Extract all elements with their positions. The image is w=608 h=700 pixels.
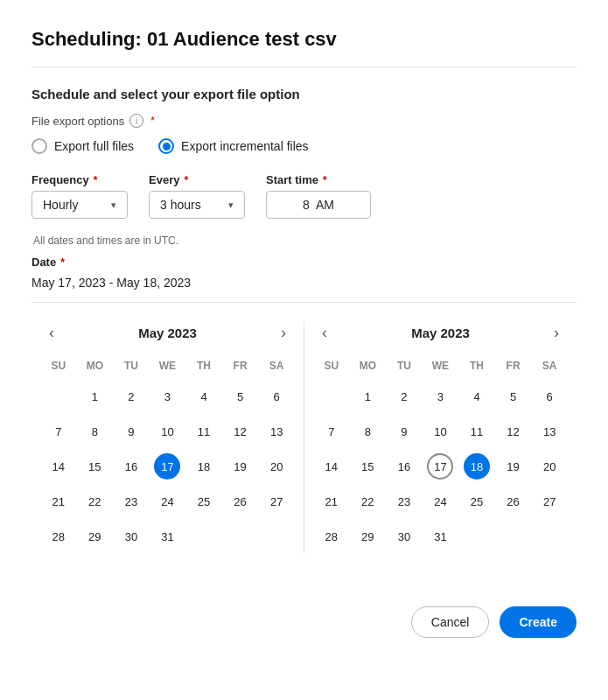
table-row[interactable]: 19 <box>495 449 532 484</box>
table-row[interactable]: 23 <box>386 484 423 519</box>
start-time-input[interactable] <box>266 191 371 219</box>
table-row[interactable]: 5 <box>495 379 532 414</box>
start-time-field: Start time * <box>266 173 371 219</box>
table-row[interactable]: 21 <box>40 484 77 519</box>
table-row[interactable]: 24 <box>423 484 459 519</box>
table-row[interactable]: 20 <box>531 449 568 484</box>
table-row[interactable]: 17 <box>423 449 459 484</box>
radio-circle-incremental <box>158 138 174 154</box>
table-row[interactable]: 14 <box>40 449 77 484</box>
table-row[interactable]: 4 <box>458 379 495 414</box>
every-dropdown[interactable]: 3 hours ▾ <box>149 191 245 219</box>
info-icon[interactable]: i <box>129 114 143 128</box>
table-row[interactable]: 16 <box>386 449 423 484</box>
table-row[interactable]: 31 <box>423 519 459 554</box>
table-row[interactable]: 29 <box>350 519 387 554</box>
table-row[interactable]: 1 <box>77 379 114 414</box>
table-row[interactable]: 20 <box>258 449 295 484</box>
table-row[interactable]: 18 <box>185 449 222 484</box>
cancel-button[interactable]: Cancel <box>411 606 490 638</box>
file-export-options-label-row: File export options i * <box>31 114 577 128</box>
frequency-row: Frequency * Hourly ▾ Every * 3 hours ▾ S… <box>31 173 577 219</box>
table-row <box>185 519 222 554</box>
table-row[interactable]: 31 <box>150 519 186 554</box>
table-row[interactable]: 22 <box>77 484 114 519</box>
table-row[interactable]: 3 <box>150 379 186 414</box>
table-row[interactable]: 2 <box>113 379 150 414</box>
calendar-right: ‹ May 2023 › SU MO TU WE TH FR SA 1234 <box>304 322 577 554</box>
cal-right-header-th: TH <box>458 356 495 379</box>
table-row[interactable]: 1 <box>350 379 387 414</box>
table-row[interactable]: 9 <box>386 414 423 449</box>
table-row[interactable]: 10 <box>150 414 186 449</box>
table-row[interactable]: 26 <box>495 484 532 519</box>
table-row[interactable]: 24 <box>150 484 186 519</box>
cal-left-prev-button[interactable]: ‹ <box>44 322 59 344</box>
table-row[interactable]: 27 <box>531 484 568 519</box>
cal-right-prev-button[interactable]: ‹ <box>317 322 332 344</box>
table-row[interactable]: 7 <box>40 414 77 449</box>
frequency-dropdown[interactable]: Hourly ▾ <box>31 191 128 219</box>
table-row[interactable]: 12 <box>222 414 259 449</box>
table-row[interactable]: 22 <box>350 484 387 519</box>
section-label: Schedule and select your export file opt… <box>31 87 577 102</box>
cal-right-next-button[interactable]: › <box>549 322 564 344</box>
cal-right-header-we: WE <box>423 356 459 379</box>
table-row[interactable]: 17 <box>150 449 186 484</box>
table-row[interactable]: 27 <box>258 484 295 519</box>
table-row[interactable]: 15 <box>77 449 114 484</box>
table-row <box>458 519 495 554</box>
radio-label-incremental: Export incremental files <box>181 139 309 153</box>
table-row[interactable]: 28 <box>40 519 77 554</box>
table-row[interactable]: 15 <box>350 449 387 484</box>
table-row[interactable]: 3 <box>423 379 459 414</box>
table-row[interactable]: 5 <box>222 379 259 414</box>
cal-right-month-title: May 2023 <box>411 326 470 340</box>
table-row[interactable]: 25 <box>458 484 495 519</box>
table-row[interactable]: 12 <box>495 414 532 449</box>
file-export-label: File export options <box>31 115 124 128</box>
table-row[interactable]: 23 <box>113 484 150 519</box>
table-row[interactable]: 7 <box>313 414 350 449</box>
cal-left-header-fr: FR <box>222 356 259 379</box>
cal-left-header-su: SU <box>40 356 77 379</box>
table-row[interactable]: 8 <box>77 414 114 449</box>
required-star: * <box>150 115 155 127</box>
table-row[interactable]: 30 <box>386 519 423 554</box>
modal-title: Scheduling: 01 Audience test csv <box>31 28 577 51</box>
table-row[interactable]: 9 <box>113 414 150 449</box>
table-row[interactable]: 26 <box>222 484 259 519</box>
table-row[interactable]: 14 <box>313 449 350 484</box>
table-row[interactable]: 11 <box>185 414 222 449</box>
table-row[interactable]: 19 <box>222 449 259 484</box>
table-row[interactable]: 4 <box>185 379 222 414</box>
create-button[interactable]: Create <box>500 606 577 638</box>
radio-export-full[interactable]: Export full files <box>31 138 134 154</box>
cal-right-header: ‹ May 2023 › <box>313 322 568 344</box>
radio-circle-full <box>31 138 47 154</box>
table-row[interactable]: 6 <box>258 379 295 414</box>
export-type-radio-group: Export full files Export incremental fil… <box>31 138 577 154</box>
cal-left-header-sa: SA <box>258 356 295 379</box>
table-row <box>222 519 259 554</box>
table-row[interactable]: 29 <box>77 519 114 554</box>
table-row[interactable]: 13 <box>258 414 295 449</box>
table-row[interactable]: 16 <box>113 449 150 484</box>
table-row[interactable]: 11 <box>458 414 495 449</box>
table-row[interactable]: 21 <box>313 484 350 519</box>
table-row <box>40 379 77 414</box>
table-row[interactable]: 6 <box>531 379 568 414</box>
table-row[interactable]: 2 <box>386 379 423 414</box>
table-row[interactable]: 18 <box>458 449 495 484</box>
table-row[interactable]: 10 <box>423 414 459 449</box>
cal-left-next-button[interactable]: › <box>276 322 291 344</box>
table-row <box>531 519 568 554</box>
every-label: Every * <box>149 173 245 186</box>
table-row[interactable]: 28 <box>313 519 350 554</box>
table-row[interactable]: 25 <box>185 484 222 519</box>
table-row[interactable]: 30 <box>113 519 150 554</box>
radio-export-incremental[interactable]: Export incremental files <box>158 138 309 154</box>
table-row[interactable]: 13 <box>531 414 568 449</box>
cal-right-header-fr: FR <box>495 356 532 379</box>
table-row[interactable]: 8 <box>350 414 387 449</box>
